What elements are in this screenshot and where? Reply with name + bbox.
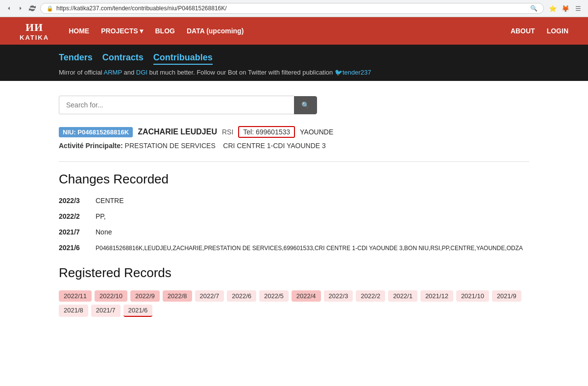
change-row: 2022/3CENTRE [59,197,529,205]
change-value: None [96,228,112,236]
nav-home[interactable]: HOME [69,27,89,35]
change-row: 2022/2PP, [59,212,529,220]
rsi-label: RSI [222,128,233,136]
search-input[interactable] [59,96,294,114]
nav-login[interactable]: LOGIN [547,27,568,35]
tab-contracts[interactable]: Contracts [102,52,144,65]
activity-label: Activité Principalte: [59,142,123,150]
main-content: 🔍 NIU: P046815268816K ZACHARIE LEUDJEU R… [0,81,588,327]
nav-logo: ИИ KATIKA [20,21,49,41]
url-text: https://katika237.com/tender/contribuabl… [56,5,527,12]
nav-right: ABOUT LOGIN [511,27,568,35]
nav-bar: ИИ KATIKA HOME PROJECTS ▾ BLOG DATA (upc… [0,17,588,45]
entity-name: ZACHARIE LEUDJEU [138,128,217,136]
nav-data[interactable]: DATA (upcoming) [187,27,244,35]
period-badge[interactable]: 2022/2 [356,290,385,302]
change-row: 2021/6P046815268816K,LEUDJEU,ZACHARIE,PR… [59,244,529,252]
period-badge[interactable]: 2021/12 [420,290,453,302]
entity-info: NIU: P046815268816K ZACHARIE LEUDJEU RSI… [59,126,529,150]
change-value: CENTRE [96,197,124,205]
niu-badge: NIU: P046815268816K [59,127,133,137]
suffix-text: but much better. Follow our Bot on Twitt… [149,69,335,76]
period-badge[interactable]: 2022/1 [388,290,417,302]
city-label: YAOUNDE [300,128,333,136]
change-year: 2022/3 [59,197,86,205]
period-badge[interactable]: 2022/6 [227,290,256,302]
change-value: PP, [96,212,106,220]
tab-contribuables[interactable]: Contribuables [153,52,213,65]
entity-row-main: NIU: P046815268816K ZACHARIE LEUDJEU RSI… [59,126,529,138]
sub-nav-tabs: Tenders Contracts Contribuables [59,52,529,65]
forward-button[interactable] [17,4,24,12]
activity-value: PRESTATION DE SERVICES [125,142,216,150]
changes-title: Changes Recorded [59,172,529,187]
sub-nav-description: Mirror of official ARMP and DGI but much… [59,69,529,76]
search-icon: 🔍 [301,102,310,109]
sub-nav: Tenders Contracts Contribuables Mirror o… [0,45,588,81]
period-badge[interactable]: 2022/3 [324,290,353,302]
lock-icon: 🔒 [47,5,53,12]
change-row: 2021/7None [59,228,529,236]
change-year: 2021/7 [59,228,86,236]
period-badge[interactable]: 2022/10 [95,290,127,302]
browser-toolbar: 🔒 https://katika237.com/tender/contribua… [0,0,588,17]
browser-actions: ⭐ 🦊 ☰ [548,3,583,13]
search-icon: 🔍 [530,5,538,12]
period-badge[interactable]: 2022/11 [59,290,92,302]
reload-button[interactable] [28,4,36,12]
search-container: 🔍 [59,96,529,114]
nav-blog[interactable]: BLOG [155,27,175,35]
nav-links: HOME PROJECTS ▾ BLOG DATA (upcoming) [69,27,511,35]
tel-badge: Tel: 699601533 [238,126,295,138]
extension-icon[interactable]: 🦊 [561,3,570,13]
and-text: and [123,69,136,76]
desc-text: Mirror of official [59,69,102,76]
change-year: 2021/6 [59,244,86,252]
nav-projects[interactable]: PROJECTS ▾ [101,27,143,35]
registered-title: Registered Records [59,265,529,281]
period-badge[interactable]: 2021/6 [123,305,153,317]
twitter-link[interactable]: 🐦tender237 [335,69,371,76]
period-badge[interactable]: 2021/9 [492,290,521,302]
browser-chrome: 🔒 https://katika237.com/tender/contribua… [0,0,588,17]
nav-about[interactable]: ABOUT [511,27,535,35]
period-badge[interactable]: 2021/8 [59,305,88,317]
period-badge[interactable]: 2022/9 [130,290,160,302]
logo-top: ИИ [25,21,43,34]
period-badge[interactable]: 2022/8 [163,290,192,302]
changes-section: Changes Recorded 2022/3CENTRE2022/2PP,20… [59,172,529,252]
dgi-link[interactable]: DGI [136,69,147,76]
address-bar[interactable]: 🔒 https://katika237.com/tender/contribua… [40,3,544,14]
menu-icon[interactable]: ☰ [573,3,583,13]
period-badge[interactable]: 2022/4 [292,290,321,302]
period-badge[interactable]: 2022/7 [195,290,224,302]
bookmark-icon[interactable]: ⭐ [548,3,558,13]
tab-tenders[interactable]: Tenders [59,52,93,65]
search-button[interactable]: 🔍 [294,96,317,114]
period-badge[interactable]: 2022/5 [259,290,289,302]
logo-bottom: KATIKA [20,34,49,41]
change-value: P046815268816K,LEUDJEU,ZACHARIE,PRESTATI… [96,245,523,252]
registered-section: Registered Records 2022/112022/102022/92… [59,265,529,317]
change-year: 2022/2 [59,212,86,220]
armp-link[interactable]: ARMP [104,69,122,76]
changes-list: 2022/3CENTRE2022/2PP,2021/7None2021/6P04… [59,197,529,252]
period-badge[interactable]: 2021/10 [456,290,489,302]
centre-value: CRI CENTRE 1-CDI YAOUNDE 3 [223,142,326,150]
badges-container: 2022/112022/102022/92022/82022/72022/620… [59,290,529,317]
period-badge[interactable]: 2021/7 [91,305,121,317]
activity-row: Activité Principalte: PRESTATION DE SERV… [59,142,529,150]
divider [59,161,529,162]
back-button[interactable] [5,4,13,12]
